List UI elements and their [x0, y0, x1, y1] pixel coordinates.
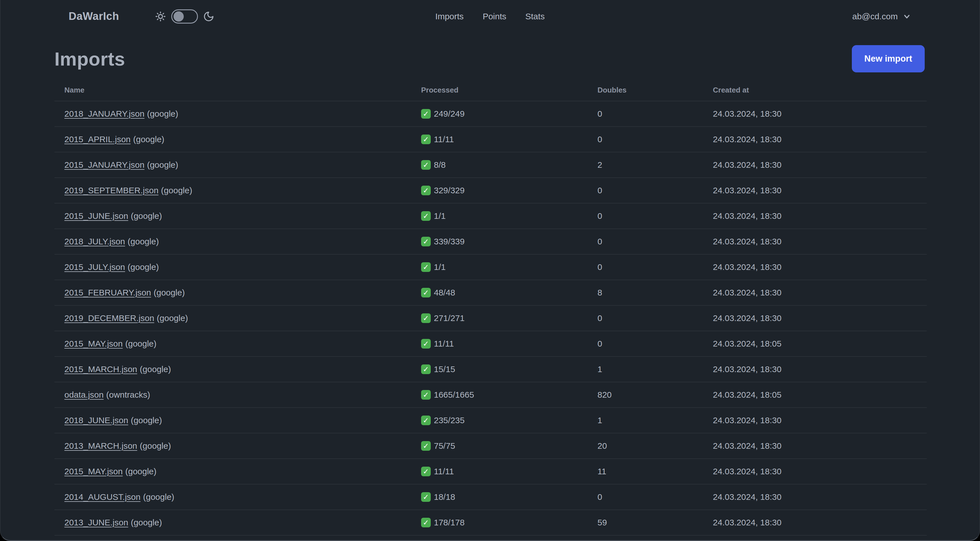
moon-icon: [203, 11, 215, 22]
doubles-cell: 1: [597, 415, 713, 425]
processed-cell: ✓48/48: [421, 288, 597, 297]
nav-item-imports[interactable]: Imports: [435, 12, 464, 21]
table-row: 2018_JUNE.json(google)✓235/235124.03.202…: [54, 408, 927, 433]
created-at-cell: 24.03.2024, 18:05: [713, 339, 927, 349]
import-file-link[interactable]: 2015_JANUARY.json: [64, 160, 144, 169]
app-window: DaWarIch Imports Points Stats ab@cd.com: [0, 0, 980, 541]
import-file-link[interactable]: 2018_JULY.json: [64, 237, 125, 246]
check-icon: ✓: [421, 492, 431, 502]
processed-count: 15/15: [434, 364, 455, 374]
import-file-link[interactable]: 2013_MARCH.json: [64, 441, 137, 450]
import-file-link[interactable]: 2015_MAY.json: [64, 339, 123, 348]
check-icon: ✓: [421, 313, 431, 323]
account-menu[interactable]: ab@cd.com: [852, 12, 911, 21]
page-title: Imports: [54, 48, 125, 70]
page-head: Imports New import: [54, 43, 925, 75]
import-file-link[interactable]: 2018_JANUARY.json: [64, 109, 144, 118]
import-source: (google): [125, 467, 156, 476]
import-file-link[interactable]: 2015_JUNE.json: [64, 211, 128, 220]
sun-icon: [155, 11, 166, 22]
import-file-link[interactable]: 2019_SEPTEMBER.json: [64, 186, 159, 195]
column-header-created-at: Created at: [713, 86, 927, 94]
table-row: odata.json(owntracks)✓1665/166582024.03.…: [54, 382, 927, 408]
table-body: 2018_JANUARY.json(google)✓249/249024.03.…: [54, 101, 927, 541]
processed-cell: ✓271/271: [421, 313, 597, 323]
processed-cell: ✓178/178: [421, 518, 597, 527]
processed-cell: ✓1665/1665: [421, 390, 597, 400]
table-row: 2015_MAY.json(google)✓11/111124.03.2024,…: [54, 459, 927, 485]
import-source: (google): [131, 415, 162, 425]
import-file-link[interactable]: 2015_MARCH.json: [64, 364, 137, 374]
nav-item-stats[interactable]: Stats: [525, 12, 545, 21]
processed-cell: ✓249/249: [421, 109, 597, 119]
check-icon: ✓: [421, 237, 431, 246]
import-file-link[interactable]: 2015_MAY.json: [64, 467, 123, 476]
import-source: (google): [131, 211, 162, 220]
table-row: ✓: [54, 536, 927, 541]
import-name-cell: 2019_DECEMBER.json(google): [54, 313, 421, 323]
created-at-cell: 24.03.2024, 18:05: [713, 390, 927, 400]
processed-count: 11/11: [434, 339, 454, 349]
processed-count: 235/235: [434, 415, 465, 425]
chevron-down-icon: [903, 12, 911, 21]
processed-cell: ✓1/1: [421, 262, 597, 272]
import-name-cell: 2013_MARCH.json(google): [54, 441, 421, 451]
import-source: (google): [127, 262, 159, 271]
import-file-link[interactable]: 2018_JUNE.json: [64, 415, 128, 425]
import-file-link[interactable]: 2015_FEBRUARY.json: [64, 288, 151, 297]
column-header-processed: Processed: [421, 86, 597, 94]
table-row: 2015_JUNE.json(google)✓1/1024.03.2024, 1…: [54, 204, 927, 229]
processed-count: 75/75: [434, 441, 455, 451]
processed-cell: ✓11/11: [421, 339, 597, 349]
table-row: 2015_MARCH.json(google)✓15/15124.03.2024…: [54, 357, 927, 382]
doubles-cell: 0: [597, 134, 713, 144]
created-at-cell: 24.03.2024, 18:30: [713, 109, 927, 119]
theme-toggle[interactable]: [171, 10, 198, 24]
theme-toggle-group: [155, 10, 215, 24]
doubles-cell: 8: [597, 288, 713, 297]
processed-count: 249/249: [434, 109, 465, 119]
doubles-cell: 0: [597, 211, 713, 221]
created-at-cell: 24.03.2024, 18:30: [713, 186, 927, 195]
table-row: 2015_JULY.json(google)✓1/1024.03.2024, 1…: [54, 255, 927, 280]
column-header-doubles: Doubles: [597, 86, 713, 94]
nav-item-points[interactable]: Points: [483, 12, 506, 21]
doubles-cell: 0: [597, 186, 713, 195]
processed-cell: ✓339/339: [421, 237, 597, 246]
doubles-cell: 0: [597, 109, 713, 119]
import-file-link[interactable]: 2013_JUNE.json: [64, 518, 128, 527]
processed-cell: ✓1/1: [421, 211, 597, 221]
import-name-cell: 2015_APRIL.json(google): [54, 134, 421, 144]
import-file-link[interactable]: 2015_APRIL.json: [64, 134, 131, 144]
import-source: (google): [157, 313, 188, 323]
created-at-cell: 24.03.2024, 18:30: [713, 313, 927, 323]
new-import-button[interactable]: New import: [852, 45, 925, 72]
processed-cell: ✓8/8: [421, 160, 597, 170]
created-at-cell: 24.03.2024, 18:30: [713, 262, 927, 272]
processed-cell: ✓18/18: [421, 492, 597, 502]
brand-logo[interactable]: DaWarIch: [68, 10, 119, 22]
import-file-link[interactable]: 2015_JULY.json: [64, 262, 125, 271]
import-file-link[interactable]: 2019_DECEMBER.json: [64, 313, 154, 323]
check-icon: ✓: [421, 288, 431, 297]
processed-count: 8/8: [434, 160, 446, 170]
check-icon: ✓: [421, 467, 431, 476]
table-row: 2018_JULY.json(google)✓339/339024.03.202…: [54, 229, 927, 255]
doubles-cell: 20: [597, 441, 713, 451]
import-name-cell: 2018_JUNE.json(google): [54, 415, 421, 425]
import-file-link[interactable]: 2014_AUGUST.json: [64, 492, 140, 501]
processed-count: 178/178: [434, 518, 465, 527]
created-at-cell: 24.03.2024, 18:30: [713, 364, 927, 374]
processed-count: 1/1: [434, 262, 446, 272]
table-row: 2019_DECEMBER.json(google)✓271/271024.03…: [54, 306, 927, 331]
import-source: (owntracks): [106, 390, 150, 399]
table-row: 2015_JANUARY.json(google)✓8/8224.03.2024…: [54, 152, 927, 178]
import-file-link[interactable]: odata.json: [64, 390, 103, 399]
import-source: (google): [154, 288, 185, 297]
created-at-cell: 24.03.2024, 18:30: [713, 160, 927, 170]
processed-count: 339/339: [434, 237, 465, 246]
processed-count: 11/11: [434, 134, 454, 144]
import-source: (google): [127, 237, 159, 246]
created-at-cell: 24.03.2024, 18:30: [713, 288, 927, 297]
imports-table: Name Processed Doubles Created at 2018_J…: [54, 79, 927, 541]
